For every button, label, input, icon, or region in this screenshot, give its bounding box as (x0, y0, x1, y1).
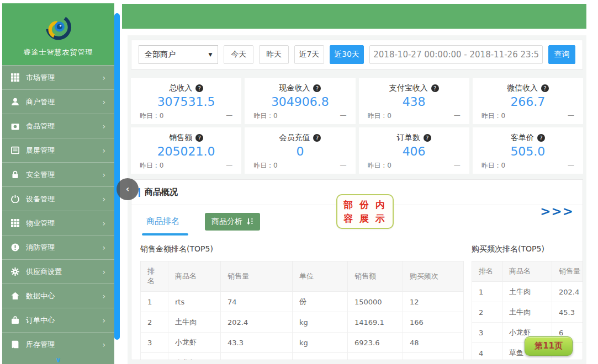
tab-product-ranking[interactable]: 商品排名 (139, 213, 196, 235)
help-icon[interactable]: ? (537, 134, 545, 142)
cell: 4 (141, 353, 168, 361)
sidebar-item-food[interactable]: 食品管理 › (2, 114, 114, 138)
stat-value: 307531.5 (140, 95, 232, 109)
cell: 3 (472, 323, 502, 343)
dash-icon: — (226, 161, 232, 170)
help-icon[interactable]: ? (195, 84, 203, 92)
dash-icon: — (568, 111, 574, 121)
cell: 4 (472, 343, 502, 361)
cell: 1 (141, 292, 168, 312)
yesterday-button[interactable]: 昨天 (259, 45, 289, 64)
cell: 150000 (348, 292, 403, 312)
table-row: 3 小龙虾 43.3 kg 6923.6 48 (141, 333, 464, 353)
cell: 43.3 (221, 333, 293, 353)
stat-yesterday: 昨日 : 0 (253, 111, 277, 121)
stat-card-sales-amount: 销售额? 205021.0 昨日 : 0— (131, 127, 241, 174)
sidebar-item-security[interactable]: 安全管理 › (2, 162, 114, 186)
chevron-right-icon: › (102, 243, 105, 252)
sidebar-item-supplier[interactable]: 供应商设置 › (2, 259, 114, 283)
goods-overview-panel: 商品概况 商品排名 商品分析 部 份 内 容 展 示 >>> 销售金额排名(TO… (131, 179, 583, 360)
cell: 小龙虾 (168, 333, 221, 353)
sort-icon (246, 218, 253, 226)
chevron-right-icon: › (102, 195, 105, 204)
sidebar-item-datacenter[interactable]: 数据中心 › (2, 283, 114, 308)
sidebar-item-label: 展屏管理 (26, 146, 55, 156)
home-icon (11, 292, 19, 300)
chevron-right-icon: › (102, 292, 105, 301)
stats-grid: 总收入? 307531.5 昨日 : 0— 现金收入? 304906.8 昨日 … (131, 78, 583, 174)
date-range-input[interactable] (369, 45, 543, 64)
cell: 土牛肉 (168, 312, 221, 333)
gear-icon (11, 267, 19, 276)
help-icon[interactable]: ? (313, 134, 321, 142)
sidebar-item-label: 数据中心 (26, 291, 55, 301)
help-icon[interactable]: ? (541, 84, 549, 92)
sidebar-item-inventory[interactable]: 库存管理 › (2, 332, 114, 356)
col-header: 商品名 (502, 261, 552, 282)
merchant-select-value: 全部商户 (145, 50, 176, 60)
table-row: 1 rts 74 份 150000 12 (141, 292, 464, 312)
last30days-button[interactable]: 近30天 (330, 45, 364, 64)
sidebar-item-property[interactable]: 物业管理 › (2, 211, 114, 235)
sidebar-item-orders[interactable]: 订单中心 › (2, 308, 114, 332)
sidebar-scrollbar[interactable] (114, 13, 120, 340)
stat-label: 订单数 (397, 133, 420, 143)
page-number-badge: 第11页 (525, 336, 573, 356)
help-icon[interactable]: ? (313, 84, 321, 92)
chevron-right-icon: › (102, 73, 105, 82)
cell: 14169.1 (348, 312, 403, 333)
grid-icon (11, 219, 19, 227)
tab-product-analysis[interactable]: 商品分析 (205, 213, 260, 231)
sidebar-item-fire[interactable]: 消防管理 › (2, 235, 114, 259)
stat-yesterday: 昨日 : 0 (253, 161, 277, 170)
sidebar-item-label: 物业管理 (26, 218, 55, 228)
stat-label: 微信收入 (507, 83, 538, 93)
stat-card-avg-order-value: 客单价? 505.0 昨日 : 0— (473, 127, 583, 174)
dash-icon: — (340, 161, 347, 170)
cell: 12 (403, 292, 464, 312)
cell: 6324 (348, 353, 403, 361)
user-icon (11, 98, 19, 106)
table-row: 1 土牛肉 202.4 (472, 282, 584, 302)
search-button[interactable]: 查询 (548, 45, 575, 64)
stat-label: 支付宝收入 (389, 83, 428, 93)
table-row: 2 土牛肉 202.4 kg 14169.1 166 (141, 312, 464, 333)
tab-label: 商品分析 (211, 217, 242, 227)
cell: kg (293, 312, 348, 333)
stat-value: 304906.8 (253, 95, 346, 109)
table-header-row: 排名 商品名 销售量 单位 销售额 购买频次 (141, 261, 464, 292)
help-icon[interactable]: ? (431, 84, 439, 92)
last7days-button[interactable]: 近7天 (294, 45, 324, 64)
cell: 土牛肉 (502, 302, 552, 323)
today-button[interactable]: 今天 (224, 45, 253, 64)
stat-yesterday: 昨日 : 0 (140, 161, 163, 170)
cell: 份 (293, 292, 348, 312)
help-icon[interactable]: ? (424, 134, 431, 142)
sidebar-item-merchant[interactable]: 商户管理 › (2, 89, 114, 114)
cell: 6923.6 (348, 333, 403, 353)
annotation-line: 容 展 示 (343, 212, 387, 226)
grid-icon (11, 73, 19, 82)
sidebar-item-market[interactable]: 市场管理 › (2, 65, 114, 89)
stat-value: 266.7 (481, 95, 574, 109)
cell: 166 (403, 312, 464, 333)
dropdown-arrow-icon: ▼ (209, 52, 213, 57)
sidebar-item-display[interactable]: 展屏管理 › (2, 138, 114, 162)
sidebar-item-label: 消防管理 (26, 243, 55, 253)
cell: 3 (141, 333, 168, 353)
partial-content-annotation: 部 份 内 容 展 示 (336, 194, 394, 229)
col-header: 排名 (472, 261, 502, 282)
stat-card-order-count: 订单数? 406 昨日 : 0— (359, 127, 469, 174)
stat-card-member-recharge: 会员充值? 0 昨日 : 0— (245, 127, 355, 174)
sales-amount-ranking-block: 销售金额排名(TOP5) 排名 商品名 销售量 单位 销售额 购买频次 1 rt… (140, 243, 464, 360)
sidebar-scroll-down-icon[interactable]: ∨ (2, 356, 114, 364)
help-icon[interactable]: ? (195, 134, 203, 142)
cell: 74 (221, 292, 293, 312)
col-header: 销售量 (552, 261, 584, 282)
sidebar-collapse-button[interactable]: ‹ (117, 178, 139, 200)
sidebar-item-device[interactable]: 设备管理 › (2, 186, 114, 211)
col-header: 单位 (293, 261, 348, 292)
merchant-select[interactable]: 全部商户 ▼ (139, 45, 218, 64)
cell: 48 (403, 353, 464, 361)
main-content: 全部商户 ▼ 今天 昨天 近7天 近30天 查询 总收入? 307531.5 昨… (128, 35, 586, 364)
